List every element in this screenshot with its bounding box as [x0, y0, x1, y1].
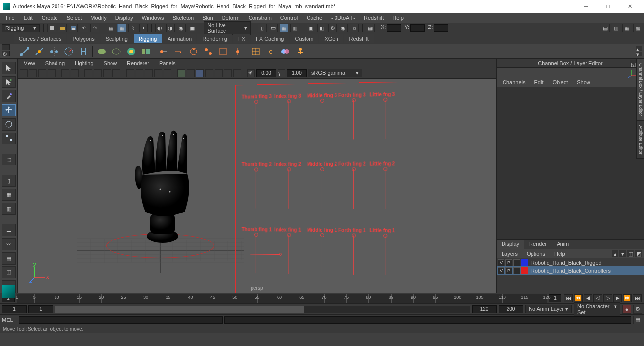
y-field[interactable]: [410, 24, 425, 32]
detach-skin-icon[interactable]: [111, 46, 122, 57]
layer-row[interactable]: VPRobotic_Hand_Black_Controllers: [497, 266, 644, 275]
menu-skeleton[interactable]: Skeleton: [168, 14, 197, 22]
step-forward-button[interactable]: ▶: [613, 294, 622, 302]
script-lang-label[interactable]: MEL: [2, 317, 17, 323]
channel-menu-edit[interactable]: Edit: [530, 79, 547, 86]
layer-tab-render[interactable]: Render: [524, 240, 552, 249]
new-empty-layer-icon[interactable]: ◫: [627, 250, 634, 257]
grease-pencil-icon[interactable]: [71, 69, 79, 77]
exposure-field[interactable]: 0.00: [256, 69, 276, 77]
side-tab-channel-box[interactable]: Channel Box / Layer Editor: [636, 59, 644, 121]
layers-menu[interactable]: Layers: [499, 250, 521, 257]
panel-layout-2-button[interactable]: ▭: [269, 24, 278, 32]
menu-control[interactable]: Control: [277, 14, 302, 22]
channel-menu-show[interactable]: Show: [573, 79, 594, 86]
mode-selector[interactable]: Rigging▾: [2, 24, 40, 32]
snap-point-button[interactable]: •: [139, 24, 148, 32]
bookmarks-icon[interactable]: [38, 69, 46, 77]
shelf-tab-polygons[interactable]: Polygons: [67, 34, 99, 43]
film-gate-icon[interactable]: [94, 69, 102, 77]
paint-select-tool[interactable]: [2, 90, 16, 102]
channel-menu-object[interactable]: Object: [548, 79, 572, 86]
motion-blur-icon[interactable]: [215, 69, 223, 77]
range-slider-thumb[interactable]: [55, 306, 304, 313]
panel-popout-icon[interactable]: ◱: [630, 60, 636, 66]
shelf-scroll-down-icon[interactable]: ▾: [636, 52, 642, 56]
layout-two-button[interactable]: ▥: [2, 203, 16, 215]
layer-type-checkbox[interactable]: [513, 267, 520, 274]
anim-layer-selector[interactable]: No Anim Layer▾: [525, 305, 572, 313]
step-back-button[interactable]: ◀: [584, 294, 592, 302]
outliner-button[interactable]: ☰: [2, 224, 16, 236]
menu-edit[interactable]: Edit: [20, 14, 37, 22]
shelf-tab-rigging[interactable]: Rigging: [134, 34, 162, 43]
hypershade-button[interactable]: ◉: [339, 24, 348, 32]
joint-tool-icon[interactable]: [19, 46, 30, 57]
select-by-type-button[interactable]: ▦: [107, 24, 115, 32]
move-layer-down-icon[interactable]: ▾: [619, 250, 626, 257]
component-editor-button[interactable]: ▤: [2, 252, 16, 265]
menu-deform[interactable]: Deform: [218, 14, 244, 22]
shelf-tab-animation[interactable]: Animation: [163, 34, 196, 43]
menu-redshift[interactable]: Redshift: [360, 14, 388, 22]
go-to-end-button[interactable]: ⏭: [633, 294, 642, 302]
modeling-toolkit-toggle[interactable]: ▧: [633, 24, 642, 32]
character-set-selector[interactable]: No Character Set▾: [574, 302, 620, 316]
step-forward-key-button[interactable]: ⏩: [623, 294, 632, 302]
textured-icon[interactable]: [145, 69, 153, 77]
layout-single-button[interactable]: ▯: [2, 175, 16, 187]
image-plane-icon[interactable]: [48, 69, 56, 77]
save-scene-button[interactable]: [69, 24, 78, 32]
help-menu[interactable]: Help: [551, 250, 568, 257]
shelf-scroll-up-icon[interactable]: ▴: [636, 46, 642, 51]
render-globals-button[interactable]: ⚙: [328, 24, 337, 32]
deform-lattice-icon[interactable]: [250, 46, 262, 57]
shelf-menu-icon[interactable]: ≡: [2, 44, 10, 50]
screen-space-ao-icon[interactable]: [205, 69, 213, 77]
layer-tab-display[interactable]: Display: [497, 240, 524, 249]
layer-playback-checkbox[interactable]: P: [505, 259, 512, 266]
move-layer-up-icon[interactable]: ▴: [612, 250, 618, 257]
step-back-key-button[interactable]: ⏪: [574, 294, 583, 302]
side-tab-attribute-editor[interactable]: Attribute Editor: [636, 121, 644, 159]
constraint-scale-icon[interactable]: [217, 46, 229, 57]
menu-help[interactable]: Help: [389, 14, 408, 22]
time-ruler[interactable]: 1510152025303540455055606570758085909510…: [17, 294, 547, 303]
redo-button[interactable]: ↷: [90, 24, 99, 32]
panel-menu-show[interactable]: Show: [100, 60, 121, 67]
layer-color-swatch[interactable]: [521, 267, 528, 274]
script-editor-button[interactable]: ▤: [633, 316, 642, 324]
constraint-orient-icon[interactable]: [188, 46, 199, 57]
mirror-weights-icon[interactable]: [140, 46, 152, 57]
shelf-tab-custom[interactable]: Custom: [290, 34, 319, 43]
attr-editor-toggle[interactable]: ▤: [601, 24, 610, 32]
mirror-joint-icon[interactable]: [48, 46, 60, 57]
live-surface-selector[interactable]: No Live Surface▾: [204, 21, 251, 35]
last-tool[interactable]: ⬚: [2, 154, 16, 166]
shelf-tab-rendering[interactable]: Rendering: [197, 34, 232, 43]
layer-tab-anim[interactable]: Anim: [552, 240, 574, 249]
prefs-button[interactable]: ⚙: [633, 305, 642, 314]
layer-color-swatch[interactable]: [521, 259, 528, 266]
auto-key-button[interactable]: ●: [622, 305, 631, 314]
playback-start-field[interactable]: 1: [28, 305, 53, 313]
channel-menu-channels[interactable]: Channels: [499, 79, 529, 86]
ipr-button[interactable]: ◧: [317, 24, 326, 32]
blend-shape-icon[interactable]: [280, 46, 291, 57]
color-space-selector[interactable]: sRGB gamma▾: [308, 69, 362, 77]
multisample-icon[interactable]: [224, 69, 232, 77]
depth-field-icon[interactable]: [233, 69, 241, 77]
layer-type-checkbox[interactable]: [513, 259, 520, 266]
playback-end-field[interactable]: 120: [472, 305, 497, 313]
panel-menu-view[interactable]: View: [20, 60, 39, 67]
layer-visible-checkbox[interactable]: V: [498, 267, 504, 274]
deform-cluster-icon[interactable]: C: [265, 46, 277, 57]
render-button[interactable]: ▣: [188, 24, 196, 32]
layer-row[interactable]: VPRobotic_Hand_Black_Rigged: [497, 258, 644, 266]
shelf-tab-redshift[interactable]: Redshift: [344, 34, 374, 43]
rotate-tool[interactable]: [2, 118, 16, 131]
menu-skin[interactable]: Skin: [198, 14, 217, 22]
construction-history-button[interactable]: ◉: [177, 24, 186, 32]
maximize-button[interactable]: □: [597, 0, 619, 13]
shadows-icon[interactable]: [164, 69, 171, 77]
